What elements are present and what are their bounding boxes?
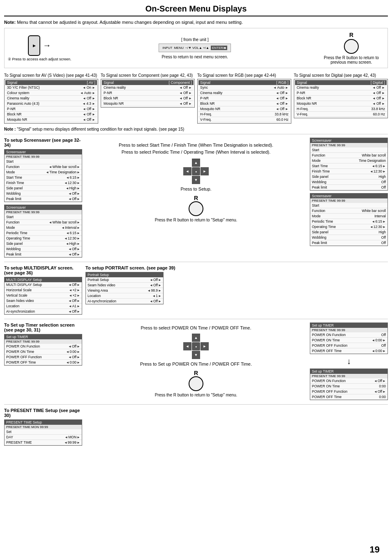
table-row: Side panelHigh (310, 174, 387, 180)
nav-left-t[interactable]: ◄ (183, 342, 191, 350)
portrait-spacer (310, 265, 388, 315)
page-wrapper: { "page": { "title": "On-Screen Menu Dis… (4, 4, 388, 555)
nav-down-t[interactable]: ▼ (192, 351, 200, 359)
table-row: POWER ON Time◄0:00► (5, 349, 82, 355)
screensaver-mid: Press to select Start Time / Finish Time… (85, 138, 307, 258)
table-row: DAY◄MON► (5, 435, 82, 440)
table-row: P-NR◄Off► (295, 90, 387, 96)
table-row: Location◄1► (86, 293, 163, 299)
note-signal: Note : "Signal" setup menu displays diff… (4, 127, 388, 131)
table-row: Mosquito NR◄Off► (102, 101, 194, 106)
table-row: H-Freq.33.8 kHz (198, 112, 290, 117)
diagram-mid: [ from the unit ] INPUT MENU −/▼ VOL▲ +/… (80, 37, 310, 59)
table-row: Viewing Area◄98.9► (86, 288, 163, 293)
pt-time: PRESENT TIME MON 99:99 (5, 425, 82, 429)
av-menu-header: Signal [ AV ] (5, 80, 97, 85)
timer-left-col: To Set up Timer selection screen (see pa… (4, 322, 82, 400)
multidisplay-portrait-section: To setup MULTIDISPLAY screen. (see page … (4, 262, 388, 315)
table-row: Vertical Scale◄×2► (5, 293, 82, 298)
table-row: Start Time◄6:15► (5, 175, 82, 180)
table-row: Finish Time◄12:30► (310, 169, 387, 174)
table-row: Block NR◄Off► (5, 112, 97, 117)
table-row: Periodic Time◄6:15► (310, 219, 387, 224)
portrait-col: To setup PORTRAIT screen. (see page 39) … (85, 265, 307, 315)
multidisplay-label: To setup MULTIDISPLAY screen. (see page … (4, 265, 82, 275)
table-row: H-Freq.33.8 kHz (295, 106, 387, 112)
table-row: Start (310, 203, 387, 208)
nav-cross-ss: ▲ ◄ ● ► ▼ (183, 159, 209, 184)
diagram-left: ▶ → ② Press to access each adjust screen… (8, 35, 71, 61)
nav-right[interactable]: ► (201, 167, 209, 175)
nav-left[interactable]: ◄ (183, 167, 191, 175)
table-row: Location◄A1► (5, 304, 82, 309)
table-row: Mosquito NR◄Off► (5, 117, 97, 122)
pt-header: PRESENT TIME Setup (5, 420, 82, 425)
screensaver-section: To setup Screensaver (see page 32-34) Sc… (4, 134, 388, 258)
present-time-left: To PRESENT TIME Setup (see page 30) PRES… (4, 408, 82, 446)
note-text: Menu that cannot be adjusted is grayout.… (17, 20, 243, 25)
rgb-menu-header: Signal [ RGB ] (198, 80, 290, 85)
timer-header-r2: Set up TIMER (310, 369, 387, 374)
component-menu: Signal [ Component ] Cinema reality◄Off►… (101, 79, 195, 108)
av-label: To Signal screen for AV (S Video) (see p… (4, 73, 98, 78)
portrait-label: To setup PORTRAIT screen. (see page 39) (85, 265, 307, 270)
table-row: POWER ON Time0:00 (310, 384, 387, 389)
timer-time-r2: PRESENT TIME 99:99 (310, 374, 387, 378)
nav-down[interactable]: ▼ (192, 176, 200, 184)
table-row: Cinema reality◄Off► (5, 96, 97, 101)
table-row: POWER ON FunctionOff (310, 332, 387, 338)
table-row: POWER OFF Function◄Off► (310, 389, 387, 394)
table-row: Function◄White bar scroll► (5, 220, 82, 225)
timer-press-select: Press to select POWER ON Time / POWER OF… (141, 325, 251, 330)
table-row: 3D Y/C Filter (NTSC)◄On► (5, 85, 97, 90)
nav-up-t[interactable]: ▲ (192, 334, 200, 342)
rgb-label: To Signal screen for RGB (see page 42-44… (197, 73, 291, 78)
nav-enter-t[interactable]: ● (192, 342, 200, 350)
table-row: Wobbling◄Off► (5, 246, 82, 252)
table-row: P-NR◄Off► (5, 106, 97, 112)
table-row: AI-synchronization◄Off► (86, 299, 163, 304)
table-row: Side panel◄High► (5, 241, 82, 246)
ss-menu1-header: Screensaver (5, 150, 82, 154)
component-menu-header: Signal [ Component ] (102, 80, 194, 85)
present-time-section: To PRESENT TIME Setup (see page 30) PRES… (4, 404, 388, 446)
table-row: Periodic Time◄6:15► (5, 230, 82, 236)
table-row: Seam hides video◄Off► (86, 283, 163, 288)
component-label: To Signal screen for Component (see page… (101, 73, 195, 78)
screensaver-left: To setup Screensaver (see page 32-34) Sc… (4, 138, 82, 258)
table-row: POWER ON Function◄Off► (310, 378, 387, 384)
table-row: Mode◄Interval► (5, 225, 82, 230)
table-row: MULTI DISPLAY Setup◄Off► (5, 282, 82, 288)
table-row: Cinema reality◄Off► (295, 85, 387, 90)
press-return-label: Press to return to next menu screen. (161, 55, 228, 59)
press-setup-label: Press to Setup. (180, 187, 211, 191)
r-label-ss: R (194, 195, 198, 201)
table-row: Peak limitOff (310, 240, 387, 246)
multidisplay-col: To setup MULTIDISPLAY screen. (see page … (4, 265, 82, 315)
nav-cross-timer: ▲ ◄ ● ► ▼ (183, 334, 209, 359)
page-number: 19 (370, 544, 380, 555)
table-row: Cinema reality◄Off► (198, 90, 290, 96)
table-row: Side panel◄High► (5, 186, 82, 191)
down-arrow-timer: ↓ (310, 357, 388, 366)
timer-time-r1: PRESENT TIME 99:99 (310, 328, 387, 332)
table-row: Start (5, 214, 82, 220)
table-row: Operating Time◄12:30► (5, 236, 82, 241)
nav-up[interactable]: ▲ (192, 159, 200, 167)
table-row: Panasonic Auto (4:3)◄4:3► (5, 101, 97, 106)
signal-screens-section: To Signal screen for AV (S Video) (see p… (4, 73, 388, 131)
multidisplay-menu: MULTI DISPLAY Setup MULTI DISPLAY Setup◄… (4, 277, 82, 315)
table-row: Peak limit◄Off► (5, 252, 82, 257)
r-button-label-diagram: R (349, 32, 353, 38)
note-section: Note: Menu that cannot be adjusted is gr… (4, 20, 388, 25)
table-row: Sync◄Auto► (198, 85, 290, 90)
nav-enter[interactable]: ● (192, 167, 200, 175)
table-row: ModeTime Designation (310, 158, 387, 164)
table-row: Finish Time◄12:30► (5, 180, 82, 186)
table-row: Colour system◄Auto► (5, 90, 97, 96)
timer-right-col: Set up TIMER PRESENT TIME 99:99 POWER ON… (310, 322, 388, 400)
ss-menu2-time: PRESENT TIME 99:99 (5, 210, 82, 214)
table-row: Mode◄Time Designation► (5, 170, 82, 175)
nav-right-t[interactable]: ► (201, 342, 209, 350)
signal-component-col: To Signal screen for Component (see page… (101, 73, 195, 124)
